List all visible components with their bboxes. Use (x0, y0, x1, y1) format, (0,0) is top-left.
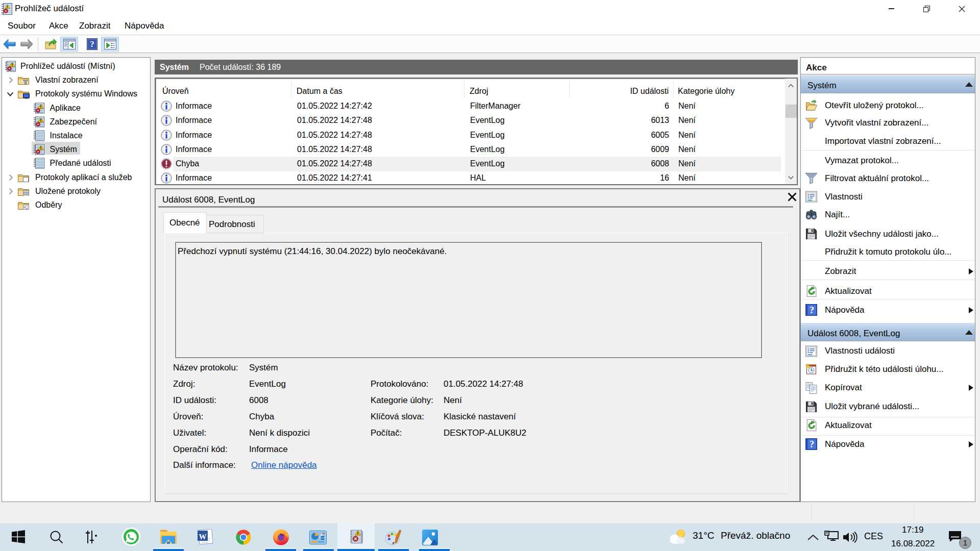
svg-text:W: W (199, 533, 207, 541)
svg-text:?: ? (90, 39, 94, 49)
